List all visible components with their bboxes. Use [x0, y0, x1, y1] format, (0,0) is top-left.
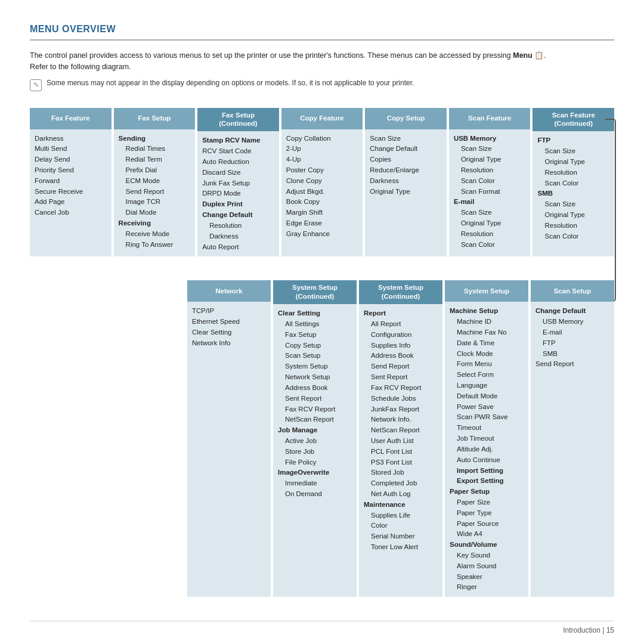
menu-item: Stored Job [364, 467, 438, 478]
column-body: Stamp RCV NameRCV Start CodeAuto Reducti… [197, 131, 279, 256]
menu-item: Reduce/Enlarge [370, 165, 442, 176]
menu-item: Machine ID [450, 317, 524, 327]
menu-item: Speaker [450, 572, 524, 583]
menu-item: All Settings [278, 319, 352, 330]
menu-item: ImageOverwrite [278, 467, 352, 478]
menu-item: Original Type [537, 210, 609, 221]
menu-item: Copy Setup [278, 340, 352, 351]
menu-item: Fax Setup [278, 330, 352, 340]
menu-item: Ringer [450, 582, 524, 593]
menu-item: Alarm Sound [450, 561, 524, 572]
menu-item: On Demand [278, 489, 352, 500]
menu-item: Prefix Dial [119, 165, 191, 176]
menu-item: Send Report [535, 359, 609, 370]
menu-item: Redial Times [119, 144, 191, 154]
menu-item: Scan PWR Save [450, 412, 524, 423]
menu-column: Copy FeatureCopy Collation2-Up4-UpPoster… [281, 108, 363, 257]
menu-item: Change Default [370, 144, 442, 154]
menu-item: Copy Collation [286, 134, 358, 144]
menu-item: Receiving [119, 218, 191, 229]
column-header: System Setup [445, 280, 528, 302]
menu-item: Scan Size [370, 134, 442, 144]
menu-item: Original Type [370, 187, 442, 197]
menu-item: Send Report [364, 361, 438, 372]
intro-paragraph: The control panel provides access to var… [30, 50, 614, 73]
menu-item: DRPD Mode [202, 188, 274, 199]
menu-item: Paper Source [450, 519, 524, 530]
menu-column: Scan FeatureUSB MemoryScan SizeOriginal … [449, 108, 531, 257]
menu-item: Serial Number [364, 531, 438, 542]
bracket-connector [605, 119, 616, 302]
menu-item: Duplex Print [202, 199, 274, 210]
menu-item: Resolution [537, 168, 609, 178]
column-body: DarknessMulti SendDelay SendPriority Sen… [30, 129, 112, 257]
column-header: System Setup(Continued) [359, 280, 442, 304]
menu-item: Clock Mode [450, 349, 524, 360]
menu-item: Color [364, 521, 438, 531]
menu-item: Multi Send [35, 144, 107, 154]
menu-item: Active Job [278, 436, 352, 447]
menu-item: Completed Job [364, 478, 438, 489]
menu-item: 2-Up [286, 144, 358, 154]
menu-item: Clear Setting [278, 308, 352, 319]
column-header: System Setup(Continued) [273, 280, 357, 304]
menu-item: Scan Color [454, 176, 526, 187]
menu-item: Resolution [202, 221, 274, 231]
menu-item: Scan Format [454, 187, 526, 197]
menu-item: Supplies Life [364, 510, 438, 521]
menu-item: FTP [537, 135, 609, 146]
menu-item: Priority Send [35, 165, 107, 176]
menu-item: Export Setting [450, 476, 524, 487]
menu-item: Dial Mode [119, 208, 191, 218]
menu-item: Fax RCV Report [364, 383, 438, 394]
menu-item: NetScan Report [364, 425, 438, 436]
menu-item: Address Book [364, 351, 438, 361]
menu-item: Paper Size [450, 497, 524, 508]
menu-item: Schedule Jobs [364, 394, 438, 404]
menu-item: Margin Shift [286, 208, 358, 218]
menu-item: Ethernet Speed [192, 317, 266, 327]
menu-item: E-mail [454, 197, 526, 208]
column-header: Copy Setup [365, 108, 447, 129]
menu-item: Scan Setup [278, 351, 352, 361]
menu-item: Image TCR [119, 197, 191, 208]
column-header: Scan Setup [531, 280, 614, 302]
menu-column: Copy SetupScan SizeChange DefaultCopiesR… [365, 108, 447, 257]
column-header: Copy Feature [281, 108, 363, 129]
menu-item: Date & Time [450, 338, 524, 349]
menu-item: Scan Size [454, 208, 526, 218]
menu-item: Gray Enhance [286, 229, 358, 240]
menu-item: Import Setting [450, 466, 524, 476]
menu-item: Original Type [454, 218, 526, 229]
column-header: Network [187, 280, 271, 302]
menu-item: Change Default [202, 210, 274, 221]
menu-item: Original Type [537, 157, 609, 168]
menu-item: SMB [537, 188, 609, 199]
menu-item: Machine Setup [450, 306, 524, 317]
menu-item: ECM Mode [119, 176, 191, 187]
menu-item: Sound/Volume [450, 540, 524, 550]
menu-item: File Policy [278, 457, 352, 468]
menu-item: 4-Up [286, 154, 358, 165]
menu-item: All Report [364, 319, 438, 330]
menu-item: System Setup [278, 361, 352, 372]
column-header: Fax Setup [114, 108, 196, 129]
menu-column: Fax FeatureDarknessMulti SendDelay SendP… [30, 108, 112, 257]
menu-item: SMB [535, 349, 609, 360]
menu-item: Original Type [454, 154, 526, 165]
menu-item: User Auth List [364, 436, 438, 447]
menu-item: Paper Type [450, 508, 524, 519]
menu-item: Sending [119, 134, 191, 144]
menu-item: Power Save [450, 402, 524, 413]
menu-item: Clone Copy [286, 176, 358, 187]
menu-item: Altitude Adj. [450, 444, 524, 455]
menu-item: Poster Copy [286, 165, 358, 176]
menu-item: Secure Receive [35, 187, 107, 197]
menu-item: Discard Size [202, 168, 274, 178]
menu-item: Adjust Bkgd. [286, 187, 358, 197]
menu-item: Darkness [202, 231, 274, 242]
menu-item: Configuration [364, 330, 438, 340]
menu-item: Machine Fax No [450, 327, 524, 338]
menu-item: Network Setup [278, 372, 352, 383]
menu-item: PCL Font List [364, 447, 438, 457]
